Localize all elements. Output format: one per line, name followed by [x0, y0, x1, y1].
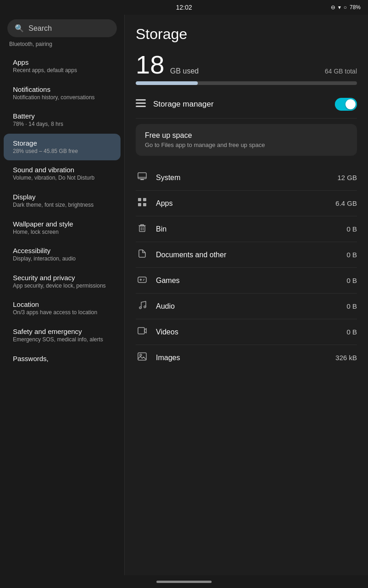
sidebar-item-apps-title: Apps: [13, 58, 111, 66]
storage-item-games[interactable]: Games 0 B: [136, 268, 357, 294]
page-title: Storage: [136, 26, 357, 43]
sidebar-item-storage-subtitle: 28% used – 45.85 GB free: [13, 148, 111, 155]
images-name: Images: [156, 354, 328, 362]
sidebar-item-notifications-subtitle: Notification history, conversations: [13, 94, 111, 102]
videos-size: 0 B: [346, 328, 357, 336]
search-label: Search: [29, 24, 52, 33]
storage-item-system[interactable]: System 12 GB: [136, 165, 357, 191]
games-size: 0 B: [346, 277, 357, 284]
games-name: Games: [156, 277, 339, 285]
svg-point-22: [140, 354, 142, 356]
apps-size: 6.4 GB: [335, 199, 357, 207]
audio-size: 0 B: [346, 302, 357, 310]
storage-manager-row[interactable]: Storage manager: [136, 96, 357, 119]
svg-rect-8: [138, 203, 141, 206]
sidebar-item-accessibility-title: Accessibility: [13, 247, 111, 254]
free-space-title: Free up space: [145, 131, 348, 140]
storage-categories: System 12 GB Apps 6.4 GB Bin 0 B: [136, 165, 357, 370]
sidebar-item-sound-title: Sound and vibration: [13, 166, 111, 174]
sidebar-item-wallpaper[interactable]: Wallpaper and style Home, lock screen: [4, 215, 121, 242]
svg-rect-3: [138, 173, 146, 179]
sidebar-item-battery[interactable]: Battery 78% · 14 days, 8 hrs: [4, 107, 121, 134]
svg-point-17: [143, 280, 144, 281]
storage-item-videos[interactable]: Videos 0 B: [136, 319, 357, 345]
battery-percent: 78%: [350, 4, 361, 11]
wifi-icon: ▾: [338, 4, 341, 11]
status-bar: 12:02 ⊖ ▾ ○ 78%: [0, 0, 368, 15]
storage-item-bin[interactable]: Bin 0 B: [136, 216, 357, 242]
storage-used-display: 18 GB used: [136, 52, 199, 78]
main-layout: 🔍 Search Bluetooth, pairing Apps Recent …: [0, 15, 368, 575]
images-size: 326 kB: [335, 354, 357, 362]
free-space-card[interactable]: Free up space Go to Files app to manage …: [136, 124, 357, 156]
sidebar-item-security[interactable]: Security and privacy App security, devic…: [4, 268, 121, 295]
storage-manager-toggle[interactable]: [335, 98, 357, 111]
svg-rect-6: [138, 198, 141, 201]
sidebar-item-passwords-title: Passwords,: [13, 355, 111, 362]
svg-rect-2: [136, 106, 146, 107]
svg-rect-7: [143, 198, 146, 201]
audio-name: Audio: [156, 302, 339, 311]
sidebar-item-sound[interactable]: Sound and vibration Volume, vibration, D…: [4, 160, 121, 187]
sidebar-item-safety-subtitle: Emergency SOS, medical info, alerts: [13, 336, 111, 344]
sidebar-item-safety-title: Safety and emergency: [13, 328, 111, 335]
system-size: 12 GB: [337, 174, 357, 181]
bin-icon: [136, 223, 149, 235]
sidebar-item-notifications-title: Notifications: [13, 85, 111, 93]
sidebar-item-accessibility[interactable]: Accessibility Display, interaction, audi…: [4, 241, 121, 268]
status-time: 12:02: [176, 4, 192, 11]
sidebar-item-security-subtitle: App security, device lock, permissions: [13, 283, 111, 290]
sidebar-item-apps-subtitle: Recent apps, default apps: [13, 67, 111, 74]
sidebar-item-safety[interactable]: Safety and emergency Emergency SOS, medi…: [4, 322, 121, 349]
storage-item-apps[interactable]: Apps 6.4 GB: [136, 191, 357, 216]
search-bar[interactable]: 🔍 Search: [7, 19, 117, 37]
sidebar-item-security-title: Security and privacy: [13, 274, 111, 282]
svg-rect-0: [136, 99, 146, 101]
svg-rect-10: [139, 226, 145, 232]
sidebar-item-storage[interactable]: Storage 28% used – 45.85 GB free: [4, 134, 121, 161]
storage-manager-left: Storage manager: [136, 99, 213, 110]
sidebar-item-display[interactable]: Display Dark theme, font size, brightnes…: [4, 187, 121, 215]
svg-point-19: [144, 306, 146, 308]
apps-name: Apps: [156, 199, 328, 208]
nav-bar: [0, 575, 368, 588]
sidebar-item-location-title: Location: [13, 300, 111, 308]
storage-total-label: 64 GB total: [325, 68, 357, 75]
sidebar-item-location[interactable]: Location On/3 apps have access to locati…: [4, 295, 121, 322]
storage-used-number: 18: [136, 50, 164, 79]
free-space-subtitle: Go to Files app to manage and free up sp…: [145, 141, 348, 148]
storage-item-images[interactable]: Images 326 kB: [136, 345, 357, 370]
videos-icon: [136, 326, 149, 338]
sidebar-item-display-subtitle: Dark theme, font size, brightness: [13, 202, 111, 209]
toggle-knob: [345, 99, 356, 109]
svg-rect-4: [140, 179, 144, 180]
svg-rect-21: [138, 353, 146, 360]
sidebar-item-apps[interactable]: Apps Recent apps, default apps: [4, 53, 121, 80]
system-icon: [136, 171, 149, 184]
apps-icon: [136, 197, 149, 209]
storage-manager-label: Storage manager: [153, 100, 213, 109]
sidebar-item-passwords[interactable]: Passwords,: [4, 349, 121, 368]
storage-item-docs[interactable]: Documents and other 0 B: [136, 242, 357, 268]
storage-progress-bar: [136, 81, 357, 85]
bin-size: 0 B: [346, 225, 357, 233]
svg-rect-20: [138, 328, 144, 334]
status-icons: ⊖ ▾ ○ 78%: [331, 4, 361, 11]
sidebar-item-battery-subtitle: 78% · 14 days, 8 hrs: [13, 121, 111, 128]
do-not-disturb-icon: ⊖: [331, 4, 335, 11]
storage-item-audio[interactable]: Audio 0 B: [136, 294, 357, 319]
storage-summary: 18 GB used 64 GB total: [136, 52, 357, 78]
storage-progress-fill: [136, 81, 198, 85]
svg-point-16: [144, 279, 144, 280]
system-name: System: [156, 174, 330, 182]
docs-size: 0 B: [346, 251, 357, 259]
sidebar-item-notifications[interactable]: Notifications Notification history, conv…: [4, 80, 121, 107]
sidebar-item-wallpaper-subtitle: Home, lock screen: [13, 229, 111, 236]
home-indicator[interactable]: [156, 581, 212, 583]
storage-content: Storage 18 GB used 64 GB total: [125, 15, 368, 575]
svg-point-18: [139, 307, 141, 309]
sidebar-item-wallpaper-title: Wallpaper and style: [13, 220, 111, 228]
sidebar-item-storage-title: Storage: [13, 139, 111, 147]
storage-used-label: GB used: [170, 67, 199, 75]
sidebar-item-battery-title: Battery: [13, 112, 111, 120]
